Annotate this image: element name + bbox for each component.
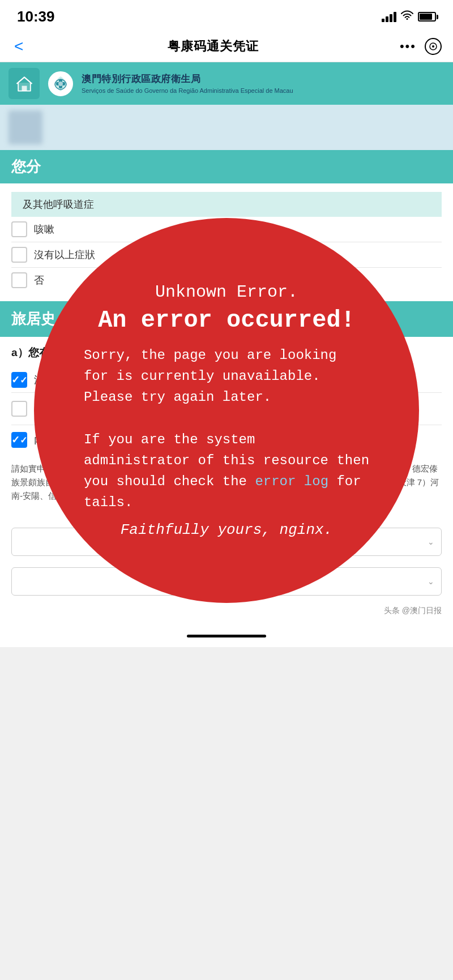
checkbox-no-box[interactable] (11, 272, 27, 288)
house-icon[interactable] (8, 68, 40, 99)
error-line6: you should check the (84, 474, 255, 489)
header-text: 澳門特別行政區政府衛生局 Serviços de Saúde do Govern… (82, 72, 445, 95)
status-icons (382, 10, 436, 23)
battery-icon (418, 12, 436, 22)
error-main: An error occurred! (98, 307, 355, 333)
checkbox-hongkong-box[interactable] (11, 401, 27, 417)
you-section-title: 您分 (11, 158, 41, 175)
page-title: 粤康码通关凭证 (168, 38, 259, 55)
symptoms-text: 及其他呼吸道症 (23, 199, 94, 210)
svg-point-1 (432, 45, 434, 48)
error-footer: Faithfully yours, nginx. (121, 521, 332, 538)
travel-section-title: 旅居史 (11, 309, 55, 329)
error-line2: for is currently unavailable. (84, 369, 320, 384)
nav-bar: < 粤康码通关凭证 ••• (0, 31, 453, 62)
signal-icon (382, 12, 396, 22)
symptoms-row: 及其他呼吸道症 (11, 192, 442, 217)
blurred-avatar (8, 110, 42, 144)
checkbox-no-symptoms-box[interactable] (11, 247, 27, 263)
header-title-cn: 澳門特別行政區政府衛生局 (82, 72, 445, 85)
more-options-button[interactable]: ••• (400, 39, 416, 54)
status-time: 10:39 (17, 8, 55, 25)
error-line7: tails. (84, 495, 133, 510)
home-indicator (187, 635, 266, 637)
svg-point-6 (58, 82, 63, 86)
error-line6-end: for (328, 474, 361, 489)
error-title: Unknown Error. (155, 283, 298, 302)
home-indicator-area (0, 624, 453, 647)
checkbox-macau-box[interactable]: ✓ (11, 372, 27, 388)
chevron-down-icon-4: ⌄ (428, 577, 434, 586)
form-area: 您分 及其他呼吸道症 咳嗽 沒有以上症狀 否 旅居史 * a）您在過去14天曾旅… (0, 105, 453, 647)
scan-button[interactable] (425, 38, 442, 55)
error-line3: Please try again later. (84, 390, 271, 405)
error-body: Sorry, the page you are looking for is c… (84, 345, 369, 513)
logo-area (46, 70, 75, 98)
chevron-down-icon-2: ⌄ (428, 537, 434, 546)
svg-rect-2 (22, 85, 27, 91)
you-section: 您分 (0, 150, 453, 183)
error-log-link: error log (255, 474, 328, 489)
header-banner: 澳門特別行政區政府衛生局 Serviços de Saúde do Govern… (0, 62, 453, 105)
nav-actions: ••• (400, 38, 442, 55)
status-bar: 10:39 (0, 0, 453, 31)
error-line4: If you are the system (84, 432, 255, 447)
back-button[interactable]: < (11, 35, 26, 58)
wifi-icon (401, 10, 413, 23)
error-line5: administrator of this resource then (84, 453, 369, 468)
checkbox-cough-label: 咳嗽 (34, 222, 54, 236)
checkbox-no-symptoms-label: 沒有以上症狀 (34, 248, 95, 262)
header-title-pt: Serviços de Saúde do Governo da Região A… (82, 87, 445, 95)
checkbox-mainland-box[interactable]: ✓ (11, 432, 27, 448)
checkbox-no-label: 否 (34, 273, 44, 287)
attribution: 头条 @澳门日报 (0, 601, 453, 624)
error-overlay: Unknown Error. An error occurred! Sorry,… (34, 218, 419, 603)
attribution-text: 头条 @澳门日报 (384, 606, 442, 616)
error-line1: Sorry, the page you are looking (84, 348, 336, 363)
checkbox-cough-box[interactable] (11, 221, 27, 237)
blurred-profile-section (0, 105, 453, 150)
